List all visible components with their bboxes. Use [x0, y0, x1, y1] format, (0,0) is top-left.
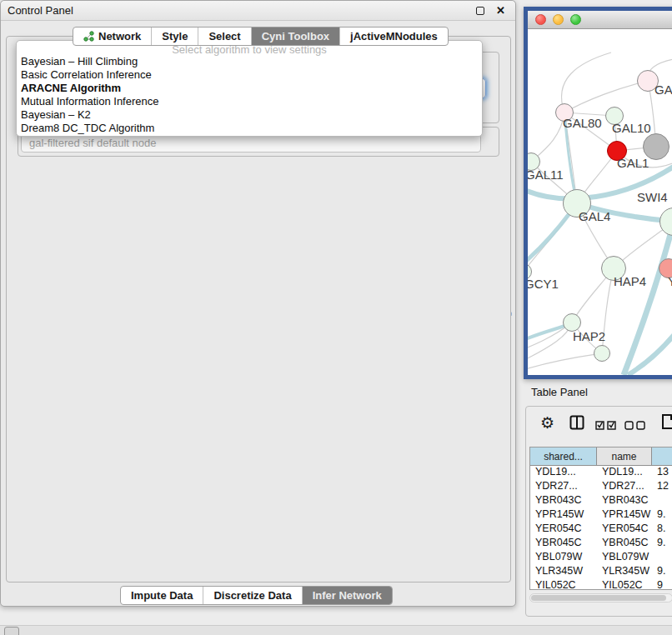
control-panel-tabbar: Network Style Select Cyni Toolbox jActiv…: [73, 27, 449, 46]
node-label: Y: [668, 274, 672, 288]
cell[interactable]: 12: [652, 480, 672, 494]
cell[interactable]: YBR043C: [597, 494, 652, 508]
minimized-panel-icon[interactable]: [4, 627, 19, 635]
table-row[interactable]: YDL19...YDL19...13: [530, 466, 672, 480]
popup-item[interactable]: Bayesian – Hill Climbing: [17, 55, 482, 68]
cell[interactable]: YPR145W: [597, 508, 652, 522]
cell[interactable]: YDL19...: [530, 466, 597, 480]
table-row[interactable]: YIL052CYIL052C9: [530, 579, 672, 590]
tab-infer-network-label: Infer Network: [313, 589, 382, 602]
node-label: HAP4: [614, 274, 646, 288]
control-panel-titlebar[interactable]: Control Panel ✕: [1, 1, 515, 21]
tab-cyni-toolbox[interactable]: Cyni Toolbox: [251, 28, 339, 45]
network-window-titlebar[interactable]: [528, 11, 672, 29]
table-header-row: shared... name: [530, 448, 672, 466]
cell[interactable]: YBR045C: [530, 537, 597, 551]
cell[interactable]: YER054C: [530, 522, 597, 537]
zoom-traffic-light[interactable]: [570, 14, 581, 25]
cell[interactable]: YBR043C: [530, 494, 597, 508]
tab-impute-data[interactable]: Impute Data: [121, 587, 203, 604]
close-icon[interactable]: ✕: [496, 7, 505, 15]
tab-discretize-data-label: Discretize Data: [213, 589, 291, 602]
cell[interactable]: [652, 551, 672, 565]
table-horizontal-scrollbar-thumb[interactable]: [531, 595, 666, 601]
cell[interactable]: 9: [652, 579, 672, 590]
column-header-name[interactable]: name: [597, 448, 652, 465]
document-icon[interactable]: [661, 413, 672, 433]
node-label: HAP2: [573, 329, 605, 343]
popup-item[interactable]: Basic Correlation Inference: [17, 68, 482, 82]
cell[interactable]: YDR27...: [597, 480, 652, 494]
tab-cyni-toolbox-label: Cyni Toolbox: [262, 30, 329, 42]
close-traffic-light[interactable]: [535, 14, 546, 25]
cell[interactable]: 9.: [652, 565, 672, 579]
checked-boxes-icon[interactable]: [595, 418, 617, 433]
float-window-icon[interactable]: [476, 7, 484, 15]
table-panel: ⚙ shared... name YDL19...YDL19...13 YDR2…: [525, 406, 672, 617]
cell[interactable]: 8.: [652, 522, 672, 537]
node-label: GAL4: [579, 209, 610, 223]
control-panel-window: Control Panel ✕ gal-filtered sif default…: [0, 0, 516, 607]
cell[interactable]: YPR145W: [530, 508, 597, 522]
control-panel-title: Control Panel: [8, 4, 73, 17]
cell[interactable]: YBR045C: [597, 537, 652, 551]
table-horizontal-scrollbar[interactable]: [529, 593, 672, 602]
node-label: GAL1: [617, 156, 649, 170]
cell[interactable]: YBL079W: [530, 551, 597, 565]
column-header-partial[interactable]: [652, 448, 672, 465]
node-label: GAL11: [528, 168, 564, 182]
node-bottom[interactable]: [594, 345, 610, 362]
tab-network-label: Network: [98, 30, 141, 42]
cell[interactable]: YIL052C: [597, 579, 652, 590]
network-canvas[interactable]: GAL GAL80 GAL10 GAL1 GAL11 SWI4 GAL4 GCY…: [528, 29, 672, 375]
gear-icon[interactable]: ⚙: [540, 413, 554, 432]
table-row[interactable]: YBR045CYBR045C9.: [530, 537, 672, 551]
tab-network[interactable]: Network: [73, 28, 151, 45]
table-panel-title: Table Panel: [524, 383, 672, 402]
tab-infer-network[interactable]: Infer Network: [302, 587, 392, 604]
table-row[interactable]: YPR145WYPR145W9.: [530, 508, 672, 522]
cell[interactable]: YLR345W: [597, 565, 652, 579]
cell[interactable]: 9.: [652, 508, 672, 522]
popup-item-aracne[interactable]: ARACNE Algorithm: [17, 82, 482, 95]
table-row[interactable]: YBR043CYBR043C: [530, 494, 672, 508]
popup-item[interactable]: Mutual Information Inference: [17, 95, 482, 108]
unchecked-boxes-icon[interactable]: [624, 418, 646, 433]
cell[interactable]: 9.: [652, 537, 672, 551]
cell[interactable]: YER054C: [597, 522, 652, 537]
tab-select[interactable]: Select: [198, 28, 250, 45]
tab-style-label: Style: [162, 30, 188, 42]
cell[interactable]: YDL19...: [597, 466, 652, 480]
screen: Control Panel ✕ gal-filtered sif default…: [0, 0, 672, 635]
node-label: GAL10: [612, 121, 651, 135]
popup-item[interactable]: Bayesian – K2: [17, 108, 482, 122]
cell[interactable]: YIL052C: [530, 579, 597, 590]
tab-jactivemnodules-label: jActiveMNodules: [350, 30, 438, 42]
cell[interactable]: YBL079W: [597, 551, 652, 565]
node-label: GAL: [654, 82, 672, 97]
table-row[interactable]: YDR27...YDR27...12: [530, 480, 672, 494]
bottom-dock-strip: [0, 625, 672, 635]
tab-select-label: Select: [208, 30, 240, 42]
tab-jactivemnodules[interactable]: jActiveMNodules: [339, 28, 448, 45]
tab-style[interactable]: Style: [151, 28, 198, 45]
network-icon: [83, 31, 94, 42]
node-label: GAL80: [563, 116, 602, 130]
tab-discretize-data[interactable]: Discretize Data: [203, 587, 301, 604]
cell[interactable]: 13: [652, 466, 672, 480]
column-header-shared-name[interactable]: shared...: [530, 448, 597, 465]
minimize-traffic-light[interactable]: [553, 14, 564, 25]
popup-item[interactable]: Dream8 DC_TDC Algorithm: [17, 122, 482, 135]
cell[interactable]: YLR345W: [530, 565, 597, 579]
table-row[interactable]: YBL079WYBL079W: [530, 551, 672, 565]
cyni-task-tabbar: Impute Data Discretize Data Infer Networ…: [120, 586, 393, 605]
split-columns-icon[interactable]: [569, 415, 584, 433]
table-row[interactable]: YLR345WYLR345W9.: [530, 565, 672, 579]
network-table-combobox[interactable]: gal-filtered sif default node: [21, 134, 481, 152]
tab-impute-data-label: Impute Data: [131, 589, 193, 602]
table-row[interactable]: YER054CYER054C8.: [530, 522, 672, 537]
network-view-window: GAL GAL80 GAL10 GAL1 GAL11 SWI4 GAL4 GCY…: [524, 7, 672, 379]
cell[interactable]: YDR27...: [530, 480, 597, 494]
cell[interactable]: [652, 494, 672, 508]
node-attribute-table: shared... name YDL19...YDL19...13 YDR27.…: [529, 447, 672, 590]
